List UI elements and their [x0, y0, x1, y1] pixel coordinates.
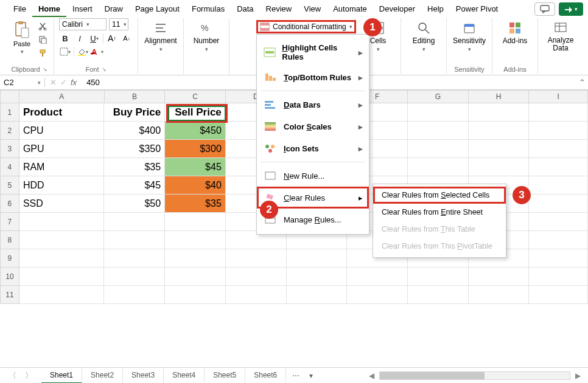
- cut-button[interactable]: [37, 21, 49, 32]
- cell[interactable]: [529, 231, 588, 249]
- cell[interactable]: [529, 176, 588, 195]
- cell[interactable]: [19, 249, 105, 267]
- copy-button[interactable]: [37, 34, 49, 45]
- font-name-select[interactable]: Calibri▾: [59, 18, 107, 30]
- number-button[interactable]: % Number ▾: [189, 18, 224, 52]
- cell[interactable]: [104, 249, 165, 267]
- cell[interactable]: [408, 103, 469, 122]
- cell[interactable]: [19, 267, 105, 286]
- cell[interactable]: Buy Price: [104, 103, 165, 122]
- cell[interactable]: [165, 213, 226, 231]
- cell[interactable]: [287, 267, 348, 286]
- sensitivity-button[interactable]: Sensitivity ▾: [452, 18, 487, 52]
- cell[interactable]: [104, 267, 165, 286]
- cell[interactable]: [408, 286, 469, 304]
- cell[interactable]: HDD: [19, 176, 105, 195]
- cell[interactable]: GPU: [19, 140, 105, 158]
- menu-tab-help[interactable]: Help: [421, 2, 450, 17]
- menu-tab-power-pivot[interactable]: Power Pivot: [450, 2, 504, 17]
- cell[interactable]: $350: [104, 140, 165, 158]
- underline-button[interactable]: U▾: [88, 33, 100, 44]
- addins-button[interactable]: Add-ins: [497, 18, 533, 45]
- cell[interactable]: $450: [165, 122, 226, 140]
- row-header-11[interactable]: 11: [0, 286, 19, 304]
- sheet-tab-sheet5[interactable]: Sheet5: [205, 368, 245, 384]
- cell[interactable]: [287, 286, 348, 304]
- font-launcher-icon[interactable]: ↘: [102, 66, 107, 72]
- row-header-1[interactable]: 1: [0, 103, 19, 122]
- cell[interactable]: [529, 249, 588, 267]
- editing-button[interactable]: Editing ▾: [406, 18, 441, 52]
- cf-color-scales[interactable]: Color Scales ▸: [257, 116, 369, 137]
- cf-icon-sets[interactable]: Icon Sets ▸: [257, 137, 369, 159]
- sheet-tab-sheet6[interactable]: Sheet6: [245, 368, 286, 384]
- cell[interactable]: [104, 286, 165, 304]
- cell[interactable]: Product: [19, 103, 105, 122]
- cell[interactable]: $50: [104, 195, 165, 213]
- column-header-A[interactable]: A: [19, 90, 105, 103]
- cell[interactable]: [19, 286, 105, 304]
- menu-tab-developer[interactable]: Developer: [373, 2, 421, 17]
- cell[interactable]: $45: [165, 158, 226, 176]
- cf-data-bars[interactable]: Data Bars ▸: [257, 94, 369, 116]
- share-button[interactable]: ▾: [559, 2, 583, 16]
- horizontal-scrollbar[interactable]: [379, 371, 570, 380]
- cell[interactable]: Sell Price: [165, 103, 226, 122]
- cell[interactable]: [529, 140, 588, 158]
- menu-tab-page-layout[interactable]: Page Layout: [129, 2, 186, 17]
- paste-button[interactable]: Paste ▾: [10, 18, 34, 56]
- menu-tab-data[interactable]: Data: [231, 2, 259, 17]
- cell[interactable]: CPU: [19, 122, 105, 140]
- cell[interactable]: [19, 231, 105, 249]
- cf-top-bottom-rules[interactable]: Top/Bottom Rules ▸: [257, 66, 369, 88]
- menu-tab-draw[interactable]: Draw: [99, 2, 129, 17]
- shrink-font-button[interactable]: A↓: [121, 33, 133, 44]
- row-header-5[interactable]: 5: [0, 176, 19, 195]
- cell[interactable]: [529, 286, 588, 304]
- cell[interactable]: $45: [104, 176, 165, 195]
- cell[interactable]: [529, 103, 588, 122]
- cell[interactable]: [226, 249, 287, 267]
- menu-tab-automate[interactable]: Automate: [327, 2, 373, 17]
- analyze-data-button[interactable]: Analyze Data: [543, 18, 578, 52]
- fill-color-button[interactable]: ▾: [77, 46, 89, 57]
- cf-new-rule[interactable]: New Rule...: [257, 165, 369, 187]
- conditional-formatting-button[interactable]: Conditional Formatting ▾: [256, 20, 356, 33]
- cell[interactable]: [104, 213, 165, 231]
- cell[interactable]: [165, 231, 226, 249]
- column-header-H[interactable]: H: [469, 90, 530, 103]
- cell[interactable]: $300: [165, 140, 226, 158]
- menu-tab-insert[interactable]: Insert: [66, 2, 99, 17]
- cell[interactable]: [529, 122, 588, 140]
- cell[interactable]: [469, 158, 530, 176]
- cell[interactable]: $40: [165, 176, 226, 195]
- font-size-select[interactable]: 11▾: [109, 18, 128, 30]
- menu-tab-review[interactable]: Review: [260, 2, 298, 17]
- cell[interactable]: SSD: [19, 195, 105, 213]
- fx-icon[interactable]: fx: [71, 78, 77, 87]
- menu-tab-formulas[interactable]: Formulas: [186, 2, 231, 17]
- cell[interactable]: [408, 122, 469, 140]
- cell[interactable]: [469, 140, 530, 158]
- hscroll-right-icon[interactable]: ▶: [575, 371, 581, 380]
- cell[interactable]: [104, 231, 165, 249]
- clear-rules-entire-sheet[interactable]: Clear Rules from Entire Sheet: [373, 204, 506, 221]
- grow-font-button[interactable]: A↑: [106, 33, 118, 44]
- sheets-dropdown-icon[interactable]: ▾: [306, 371, 317, 380]
- cell[interactable]: [226, 267, 287, 286]
- cell[interactable]: [19, 213, 105, 231]
- italic-button[interactable]: I: [74, 33, 86, 44]
- cell[interactable]: [347, 286, 408, 304]
- cell[interactable]: [347, 267, 408, 286]
- row-header-3[interactable]: 3: [0, 140, 19, 158]
- bold-button[interactable]: B: [59, 33, 71, 44]
- cancel-formula-icon[interactable]: ✕: [50, 78, 57, 87]
- menu-tab-home[interactable]: Home: [32, 2, 66, 17]
- clear-rules-selected-cells[interactable]: Clear Rules from Selected Cells: [373, 187, 506, 204]
- menu-tab-view[interactable]: View: [298, 2, 327, 17]
- comments-button[interactable]: [534, 2, 555, 16]
- row-header-10[interactable]: 10: [0, 267, 19, 286]
- cell[interactable]: [408, 140, 469, 158]
- hscroll-left-icon[interactable]: ◀: [369, 371, 374, 380]
- cell[interactable]: $400: [104, 122, 165, 140]
